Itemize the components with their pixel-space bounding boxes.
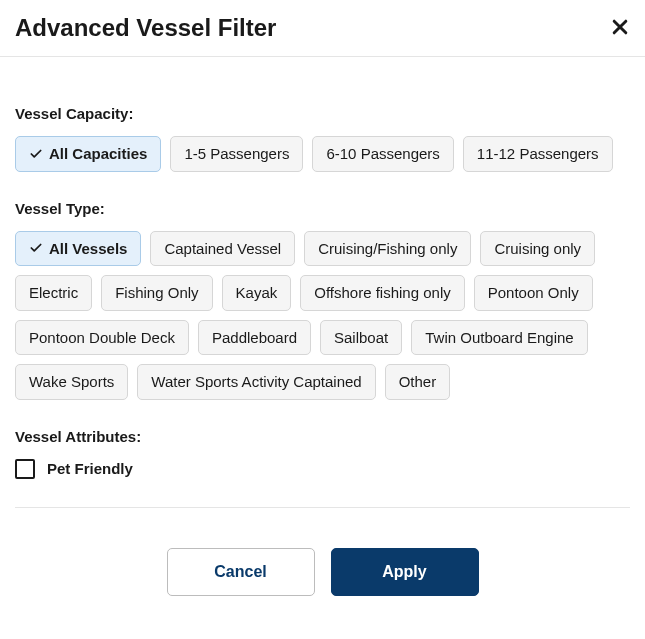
type-option-water-sports-activity-captained[interactable]: Water Sports Activity Captained (137, 364, 375, 400)
chip-label: 1-5 Passengers (184, 144, 289, 164)
close-icon (610, 17, 630, 40)
vessel-type-group: Vessel Type: All VesselsCaptained Vessel… (15, 200, 630, 400)
type-option-cruising-fishing-only[interactable]: Cruising/Fishing only (304, 231, 471, 267)
type-option-offshore-fishing-only[interactable]: Offshore fishing only (300, 275, 464, 311)
type-option-wake-sports[interactable]: Wake Sports (15, 364, 128, 400)
chip-label: All Vessels (49, 239, 127, 259)
chip-label: Electric (29, 283, 78, 303)
cancel-button[interactable]: Cancel (167, 548, 315, 596)
vessel-attributes-options: Pet Friendly (15, 459, 630, 479)
capacity-option-11-12-passengers[interactable]: 11-12 Passengers (463, 136, 613, 172)
type-option-cruising-only[interactable]: Cruising only (480, 231, 595, 267)
chip-label: Cruising only (494, 239, 581, 259)
chip-label: 11-12 Passengers (477, 144, 599, 164)
vessel-attributes-group: Vessel Attributes: Pet Friendly (15, 428, 630, 479)
chip-label: Paddleboard (212, 328, 297, 348)
chip-label: Fishing Only (115, 283, 198, 303)
type-option-captained-vessel[interactable]: Captained Vessel (150, 231, 295, 267)
chip-label: Water Sports Activity Captained (151, 372, 361, 392)
vessel-type-options: All VesselsCaptained VesselCruising/Fish… (15, 231, 630, 400)
attribute-option-pet-friendly: Pet Friendly (15, 459, 630, 479)
close-button[interactable] (610, 17, 630, 40)
checkbox-label: Pet Friendly (47, 460, 133, 477)
divider (15, 507, 630, 508)
modal-header: Advanced Vessel Filter (0, 0, 645, 57)
chip-label: Twin Outboard Engine (425, 328, 573, 348)
type-option-pontoon-only[interactable]: Pontoon Only (474, 275, 593, 311)
chip-label: Cruising/Fishing only (318, 239, 457, 259)
chip-label: Pontoon Only (488, 283, 579, 303)
type-option-twin-outboard-engine[interactable]: Twin Outboard Engine (411, 320, 587, 356)
modal-footer: Cancel Apply (0, 548, 645, 616)
vessel-attributes-label: Vessel Attributes: (15, 428, 630, 445)
chip-label: Wake Sports (29, 372, 114, 392)
type-option-paddleboard[interactable]: Paddleboard (198, 320, 311, 356)
type-option-other[interactable]: Other (385, 364, 451, 400)
vessel-type-label: Vessel Type: (15, 200, 630, 217)
check-icon (29, 147, 43, 161)
vessel-capacity-group: Vessel Capacity: All Capacities1-5 Passe… (15, 105, 630, 172)
chip-label: 6-10 Passengers (326, 144, 439, 164)
modal-body: Vessel Capacity: All Capacities1-5 Passe… (0, 57, 645, 548)
chip-label: Other (399, 372, 437, 392)
type-option-pontoon-double-deck[interactable]: Pontoon Double Deck (15, 320, 189, 356)
chip-label: All Capacities (49, 144, 147, 164)
modal-title: Advanced Vessel Filter (15, 14, 276, 42)
capacity-option-6-10-passengers[interactable]: 6-10 Passengers (312, 136, 453, 172)
check-icon (29, 241, 43, 255)
chip-label: Kayak (236, 283, 278, 303)
type-option-electric[interactable]: Electric (15, 275, 92, 311)
type-option-kayak[interactable]: Kayak (222, 275, 292, 311)
type-option-fishing-only[interactable]: Fishing Only (101, 275, 212, 311)
checkbox-pet-friendly[interactable] (15, 459, 35, 479)
capacity-option-all-capacities[interactable]: All Capacities (15, 136, 161, 172)
vessel-capacity-label: Vessel Capacity: (15, 105, 630, 122)
chip-label: Offshore fishing only (314, 283, 450, 303)
apply-button[interactable]: Apply (331, 548, 479, 596)
type-option-all-vessels[interactable]: All Vessels (15, 231, 141, 267)
chip-label: Pontoon Double Deck (29, 328, 175, 348)
chip-label: Captained Vessel (164, 239, 281, 259)
type-option-sailboat[interactable]: Sailboat (320, 320, 402, 356)
chip-label: Sailboat (334, 328, 388, 348)
vessel-capacity-options: All Capacities1-5 Passengers6-10 Passeng… (15, 136, 630, 172)
capacity-option-1-5-passengers[interactable]: 1-5 Passengers (170, 136, 303, 172)
